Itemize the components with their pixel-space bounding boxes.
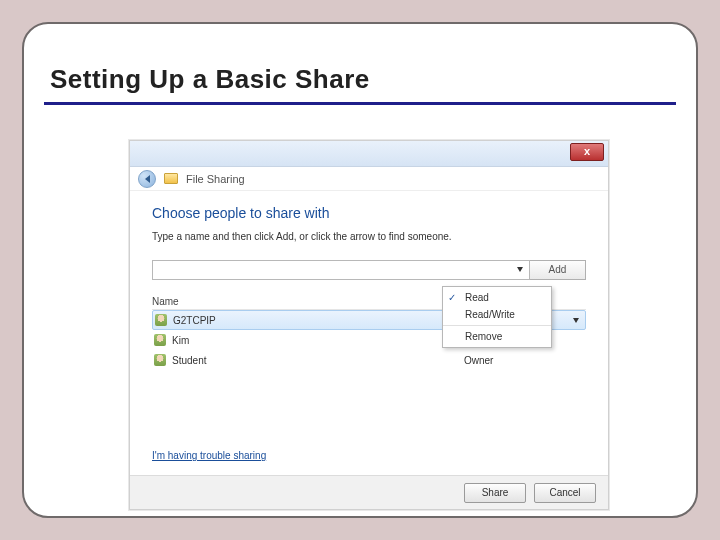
check-icon: ✓	[448, 292, 456, 303]
dialog-instruction: Type a name and then click Add, or click…	[152, 231, 586, 242]
column-name: Name	[152, 296, 466, 307]
trouble-sharing-link[interactable]: I'm having trouble sharing	[152, 450, 266, 461]
row-permission[interactable]: Owner	[464, 355, 584, 366]
permission-menu: ✓ Read Read/Write Remove	[442, 286, 552, 348]
menu-item-remove[interactable]: Remove	[443, 325, 551, 345]
chevron-down-icon[interactable]	[573, 318, 579, 323]
menu-item-label: Read/Write	[465, 309, 515, 320]
row-name: Student	[172, 355, 464, 366]
menu-item-readwrite[interactable]: Read/Write	[443, 306, 551, 323]
title-rule	[44, 102, 676, 105]
nav-row: File Sharing	[130, 167, 608, 191]
close-button[interactable]: x	[570, 143, 604, 161]
cancel-button[interactable]: Cancel	[534, 483, 596, 503]
add-button[interactable]: Add	[530, 260, 586, 280]
slide-title: Setting Up a Basic Share	[50, 64, 370, 95]
back-icon[interactable]	[138, 170, 156, 188]
menu-item-label: Remove	[465, 331, 502, 342]
menu-item-label: Read	[465, 292, 489, 303]
user-icon	[155, 314, 167, 326]
list-row[interactable]: Student Owner	[152, 350, 586, 370]
add-row: Add	[152, 260, 586, 280]
dialog-footer: Share Cancel	[130, 475, 608, 509]
menu-item-read[interactable]: ✓ Read	[443, 289, 551, 306]
folder-icon	[164, 173, 178, 184]
slide-frame: Setting Up a Basic Share x File Sharing …	[22, 22, 698, 518]
row-name: Kim	[172, 335, 464, 346]
user-icon	[154, 354, 166, 366]
titlebar: x	[130, 141, 608, 167]
dialog-heading: Choose people to share with	[152, 205, 586, 221]
window-title: File Sharing	[186, 173, 245, 185]
user-icon	[154, 334, 166, 346]
share-button[interactable]: Share	[464, 483, 526, 503]
chevron-down-icon[interactable]	[517, 267, 523, 272]
row-name: G2TCPIP	[173, 315, 463, 326]
row-permission-label: Owner	[464, 355, 493, 366]
name-combobox[interactable]	[152, 260, 530, 280]
dialog-body: Choose people to share with Type a name …	[130, 191, 608, 378]
